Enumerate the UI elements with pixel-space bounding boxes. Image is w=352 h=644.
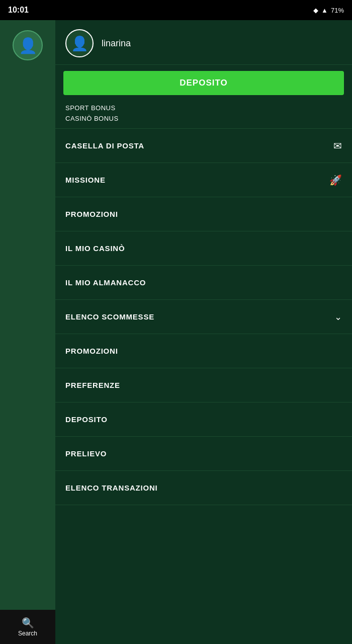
menu-item-promozioni-2[interactable]: PROMOZIONI (55, 334, 352, 368)
drawer-header: 👤 linarina (55, 20, 352, 65)
battery-icon: 71% (331, 7, 344, 14)
casino-bonus-link[interactable]: CASINÒ BONUS (65, 115, 342, 122)
search-label: Search (18, 630, 37, 637)
sport-bonus-link[interactable]: SPORT BONUS (65, 104, 342, 112)
menu-list: CASELLA DI POSTA ✉ MISSIONE 🚀 PROMOZIONI… (55, 129, 352, 644)
menu-item-deposito[interactable]: DEPOSITO (55, 403, 352, 437)
bonus-links: SPORT BONUS CASINÒ BONUS (55, 101, 352, 129)
menu-item-casella-di-posta[interactable]: CASELLA DI POSTA ✉ (55, 129, 352, 163)
wifi-icon: ▲ (321, 7, 328, 14)
menu-item-missione[interactable]: MISSIONE 🚀 (55, 163, 352, 197)
menu-item-elenco-transazioni[interactable]: ELENCO TRANSAZIONI (55, 471, 352, 505)
menu-item-label-casella-di-posta: CASELLA DI POSTA (65, 141, 144, 150)
app-background: 👤 (0, 20, 55, 644)
rocket-icon: 🚀 (329, 174, 342, 186)
deposit-button-wrapper: DEPOSITO (55, 65, 352, 101)
menu-item-label-promozioni-1: PROMOZIONI (65, 210, 118, 218)
username: linarina (102, 38, 131, 49)
bg-avatar-icon: 👤 (19, 37, 37, 54)
menu-item-label-elenco-transazioni: ELENCO TRANSAZIONI (65, 484, 158, 492)
user-avatar: 👤 (65, 29, 94, 57)
menu-item-label-il-mio-almanacco: IL MIO ALMANACCO (65, 278, 146, 287)
menu-item-label-prelievo: PRELIEVO (65, 449, 107, 458)
status-icons: ◆ ▲ 71% (313, 7, 344, 14)
menu-item-preferenze[interactable]: PREFERENZE (55, 368, 352, 403)
menu-item-label-elenco-scommesse: ELENCO SCOMMESSE (65, 312, 154, 321)
chevron-down-icon: ⌄ (334, 311, 342, 323)
menu-item-label-preferenze: PREFERENZE (65, 381, 120, 389)
search-icon: 🔍 (22, 617, 34, 629)
bottom-search-bar[interactable]: 🔍 Search (0, 610, 55, 644)
menu-item-promozioni-1[interactable]: PROMOZIONI (55, 197, 352, 231)
mail-icon: ✉ (333, 140, 342, 152)
deposit-button[interactable]: DEPOSITO (63, 71, 344, 95)
menu-item-prelievo[interactable]: PRELIEVO (55, 437, 352, 471)
menu-item-il-mio-casino[interactable]: IL MIO CASINÒ (55, 231, 352, 266)
status-bar: 10:01 ◆ ▲ 71% (0, 0, 352, 20)
menu-item-label-missione: MISSIONE (65, 176, 106, 184)
menu-item-label-il-mio-casino: IL MIO CASINÒ (65, 244, 125, 253)
menu-item-il-mio-almanacco[interactable]: IL MIO ALMANACCO (55, 266, 352, 300)
menu-item-label-promozioni-2: PROMOZIONI (65, 347, 118, 355)
status-time: 10:01 (8, 6, 29, 15)
menu-item-label-deposito: DEPOSITO (65, 415, 108, 424)
user-avatar-icon: 👤 (71, 35, 89, 52)
drawer-menu: 👤 linarina DEPOSITO SPORT BONUS CASINÒ B… (55, 20, 352, 644)
bg-avatar: 👤 (13, 30, 43, 60)
menu-item-elenco-scommesse[interactable]: ELENCO SCOMMESSE ⌄ (55, 300, 352, 334)
signal-icon: ◆ (313, 7, 318, 14)
